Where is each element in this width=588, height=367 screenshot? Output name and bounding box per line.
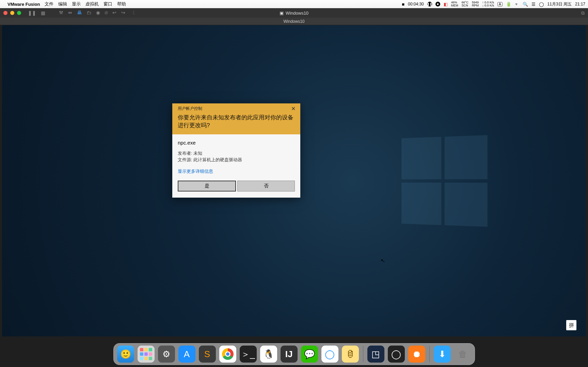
vm-tab-bar: Windows10 (0, 18, 588, 25)
app-name[interactable]: VMware Fusion (7, 2, 40, 7)
battery-icon[interactable]: 🔋 (506, 2, 511, 7)
menu-window[interactable]: 窗口 (104, 1, 112, 7)
dock-appstore[interactable]: A (178, 346, 195, 363)
input-indicator[interactable]: A (497, 2, 503, 6)
dock-wechat[interactable]: 💬 (301, 346, 318, 363)
snapshot-icon[interactable]: ▦ (41, 10, 45, 16)
nav-back-icon[interactable]: ↩ (112, 10, 116, 16)
menu-view[interactable]: 显示 (72, 1, 81, 7)
close-button[interactable] (3, 11, 7, 15)
expand-icon[interactable]: ⇔ (68, 10, 72, 16)
uac-publisher: 发布者: 未知 (178, 150, 295, 157)
dock-launchpad[interactable] (138, 346, 155, 363)
popout-icon[interactable]: ⧉ (581, 10, 585, 16)
dock: 🙂 ⚙ A S ＞_ 🐧 IJ 💬 ◯ 🛢 ◳ ◯ ⏺ ⬇ 🗑 (113, 343, 475, 365)
dock-qq[interactable]: 🐧 (260, 346, 277, 363)
dock-navicat[interactable]: 🛢 (342, 346, 359, 363)
search-icon[interactable]: 🔍 (523, 2, 528, 7)
folder-icon[interactable]: 🗀 (86, 10, 91, 16)
uac-no-button[interactable]: 否 (237, 181, 295, 191)
mac-menubar: VMware Fusion 文件 编辑 显示 虚拟机 窗口 帮助 ■ 00:04… (0, 0, 588, 8)
vm-viewport[interactable]: 拼 用户帐户控制 ✕ 你要允许来自未知发布者的此应用对你的设备进行更改吗? np… (2, 25, 586, 336)
menu-vm[interactable]: 虚拟机 (85, 1, 99, 7)
camera-icon[interactable]: ■ (402, 2, 404, 7)
print-icon[interactable]: 🖶 (77, 10, 82, 16)
tool-icon[interactable]: ⚒ (59, 10, 63, 16)
ime-badge[interactable]: 拼 (566, 320, 576, 330)
mem-stat: 46%MEM (451, 1, 458, 7)
dock-sublime[interactable]: S (199, 346, 216, 363)
dock-finder[interactable]: 🙂 (117, 346, 134, 363)
minimize-button[interactable] (10, 11, 14, 15)
vm-icon: ▣ (280, 11, 284, 16)
pause-icon[interactable]: ❚❚ (28, 10, 36, 16)
dock-downloads[interactable]: ⬇ (434, 346, 451, 363)
menu-edit[interactable]: 编辑 (58, 1, 67, 7)
menu-help[interactable]: 帮助 (117, 1, 126, 7)
control-center-icon[interactable]: ☰ (531, 2, 536, 7)
siri-icon[interactable]: ◯ (539, 2, 544, 7)
dock-trash[interactable]: 🗑 (454, 346, 471, 363)
dock-app-circle[interactable]: ◯ (321, 346, 338, 363)
windows-logo (401, 135, 488, 227)
menu-file[interactable]: 文件 (45, 1, 53, 7)
disc-icon[interactable]: ◉ (96, 10, 100, 16)
menubar-date[interactable]: 11月3日 周五 (547, 1, 572, 7)
window-title: Windows10 (286, 11, 308, 16)
close-icon[interactable]: ✕ (290, 105, 297, 112)
fullscreen-button[interactable] (17, 11, 21, 15)
uac-source: 文件源: 此计算机上的硬盘驱动器 (178, 157, 295, 163)
dock-terminal[interactable]: ＞_ (240, 346, 257, 363)
status-icon[interactable]: ◧ (444, 2, 448, 7)
dock-chrome[interactable] (219, 346, 236, 363)
vm-tab[interactable]: Windows10 (283, 19, 304, 24)
chevron-left-icon[interactable]: 〈 (130, 10, 135, 16)
uac-yes-button[interactable]: 是 (178, 181, 236, 191)
rpm-stat: 5949RPM (472, 1, 479, 7)
dock-separator (429, 346, 430, 362)
dock-separator (363, 346, 363, 362)
stop-icon[interactable]: ■ (435, 2, 440, 6)
menubar-time[interactable]: 21:17 (575, 2, 585, 6)
dock-settings[interactable]: ⚙ (158, 346, 175, 363)
uac-meta: 发布者: 未知 文件源: 此计算机上的硬盘驱动器 (178, 150, 295, 163)
dock-recorder[interactable]: ⏺ (408, 346, 425, 363)
camera-icon[interactable]: ⎚ (105, 10, 108, 16)
net-stat: ↑ 0.0 K/s↓ 0.0 K/s (482, 1, 494, 7)
dock-intellij[interactable]: IJ (281, 346, 298, 363)
dock-vmware[interactable]: ◳ (367, 346, 384, 363)
uac-question: 你要允许来自未知发布者的此应用对你的设备进行更改吗? (172, 113, 300, 134)
dock-obs[interactable]: ◯ (388, 346, 405, 363)
nav-fwd-icon[interactable]: ↪ (121, 10, 125, 16)
uac-program-name: npc.exe (178, 140, 295, 146)
traffic-lights (3, 11, 21, 15)
uac-titlebar-text: 用户帐户控制 (178, 106, 202, 112)
uac-dialog: 用户帐户控制 ✕ 你要允许来自未知发布者的此应用对你的设备进行更改吗? npc.… (172, 103, 300, 198)
wifi-icon[interactable]: ᯤ (515, 2, 519, 7)
temp-stat: 66°CSCN (462, 1, 468, 7)
uac-details-link[interactable]: 显示更多详细信息 (178, 168, 213, 174)
mouse-cursor: ↖ (380, 257, 385, 264)
pause-icon[interactable]: ❚❚ (427, 2, 432, 6)
recording-time: 00:04:30 (408, 2, 424, 6)
vmware-titlebar: ❚❚ ▦ ⚒ ⇔ 🖶 🗀 ◉ ⎚ ↩ ↪ 〈 ▣ Windows10 ⧉ (0, 8, 588, 18)
